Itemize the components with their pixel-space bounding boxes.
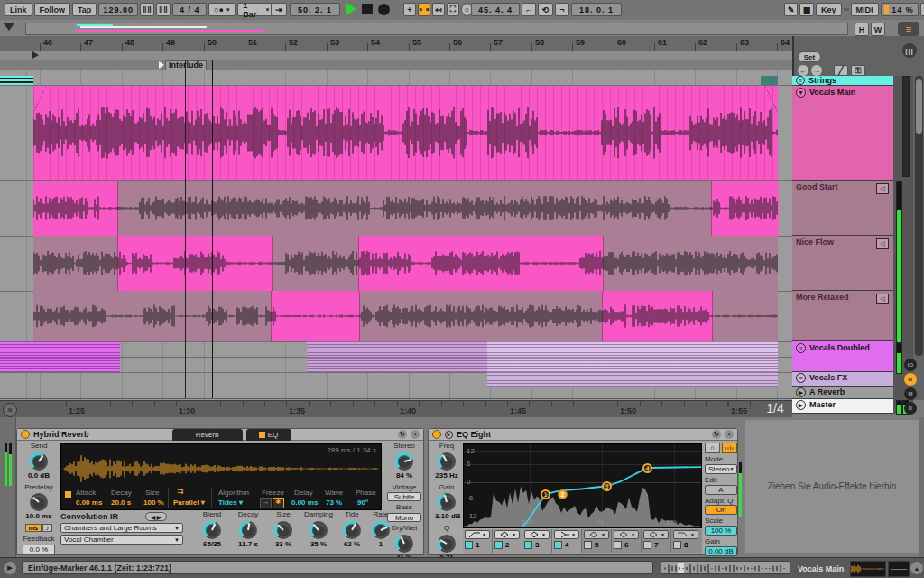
draw-mode-button[interactable]: ⛶ bbox=[447, 3, 459, 16]
vocals-fx-clip[interactable] bbox=[487, 372, 778, 387]
group-fold-icon[interactable]: ≡ bbox=[796, 373, 806, 383]
take-lane-header-nice-flow[interactable]: Nice Flow ◁ bbox=[792, 236, 893, 291]
ir-category-dropdown[interactable]: Chambers and Large Rooms▼ bbox=[60, 523, 183, 533]
band-3-checkbox[interactable] bbox=[524, 541, 532, 549]
ir-prev-next-buttons[interactable]: ◀ ▶ bbox=[145, 512, 167, 521]
band-cell-7[interactable]: ▼ 7 bbox=[642, 529, 671, 553]
band-cell-8[interactable]: ▼ 8 bbox=[671, 529, 702, 553]
tab-reverb[interactable]: Reverb bbox=[172, 429, 243, 441]
band-cell-4[interactable]: ▼ 4 bbox=[552, 529, 582, 553]
audition-icon[interactable]: ∩ bbox=[705, 443, 720, 453]
follow-playhead-icon[interactable]: ⇥ bbox=[271, 3, 287, 16]
predelay-knob[interactable] bbox=[30, 493, 48, 511]
bass-mono-selector[interactable]: Mono bbox=[387, 513, 421, 522]
expand-transport-triangle[interactable] bbox=[4, 23, 14, 31]
decay2-knob[interactable] bbox=[239, 521, 257, 539]
eq-node-4[interactable]: 4 bbox=[642, 463, 652, 473]
audition-take-icon[interactable]: ◁ bbox=[876, 238, 889, 249]
fixed-width-button[interactable]: W bbox=[871, 23, 885, 36]
tempo-field[interactable]: 129.00 bbox=[98, 3, 138, 16]
eq-node-2[interactable]: 2 bbox=[558, 489, 568, 499]
delay-value[interactable]: 0.00 ms bbox=[291, 499, 318, 507]
routing-selector[interactable]: Parallel ▾ bbox=[173, 499, 205, 507]
group-fold-icon[interactable]: ≡ bbox=[796, 76, 805, 85]
scrollbar-thumb[interactable] bbox=[916, 79, 922, 134]
strings-track-lane[interactable] bbox=[0, 76, 792, 86]
prev-locator-button[interactable]: ← bbox=[798, 65, 808, 76]
edit-ab-button[interactable]: A bbox=[705, 485, 737, 495]
loop-button[interactable]: ⟲ bbox=[538, 3, 553, 16]
device-title-bar[interactable]: ▶ EQ Eight ↻ ▪ bbox=[429, 429, 737, 441]
loop-length-field[interactable]: 18. 0. 1 bbox=[571, 3, 622, 16]
show-hide-detail-icon[interactable]: ▲ bbox=[910, 562, 923, 574]
band-cell-3[interactable]: ▼ 3 bbox=[522, 529, 552, 553]
device-drop-area[interactable]: Ziehen Sie Audio-Effekte hierhin bbox=[745, 420, 919, 553]
ir-display-panel[interactable]: 289 ms / 1.34 s Attack 0.00 ms Decay 20.… bbox=[60, 443, 382, 510]
scale-field[interactable]: 100 % bbox=[705, 526, 737, 536]
band-7-checkbox[interactable] bbox=[643, 541, 651, 549]
draw-pencil-button[interactable]: ✎ bbox=[784, 3, 798, 16]
band-6-checkbox[interactable] bbox=[614, 541, 622, 549]
vintage-selector[interactable]: Subtle bbox=[387, 492, 421, 501]
vertical-scrollbar[interactable] bbox=[915, 76, 923, 356]
save-preset-icon[interactable]: ▪ bbox=[411, 430, 420, 439]
take-lane-more-relaxed[interactable] bbox=[0, 291, 792, 342]
track-header-vocals-doubled[interactable]: ≡ Vocals Doubled bbox=[792, 341, 893, 372]
eq-eight-device[interactable]: ▶ EQ Eight ↻ ▪ Freq 235 Hz Gain -3.10 dB… bbox=[428, 428, 738, 555]
take-lane-header-good-start[interactable]: Good Start ◁ bbox=[792, 181, 893, 236]
ir-preset-dropdown[interactable]: Vocal Chamber▼ bbox=[60, 535, 183, 545]
vocals-main-track-lane[interactable] bbox=[0, 86, 792, 181]
hamburger-menu-icon[interactable]: ≡ bbox=[898, 22, 919, 36]
band-4-checkbox[interactable] bbox=[554, 541, 562, 549]
blend-knob[interactable] bbox=[203, 521, 221, 539]
wave-value[interactable]: 73 % bbox=[326, 499, 342, 507]
automation-lane-icon[interactable]: ╱ bbox=[834, 65, 848, 76]
arrangement-start-marker[interactable] bbox=[32, 51, 39, 59]
a-reverb-track-lane[interactable] bbox=[0, 387, 792, 399]
set-locator-button[interactable]: Set bbox=[798, 51, 821, 62]
damping-knob[interactable] bbox=[310, 521, 328, 539]
track-header-a-reverb[interactable]: ▶ A Reverb bbox=[792, 387, 893, 399]
punch-out-button[interactable]: ¬ bbox=[555, 3, 569, 16]
save-preset-icon[interactable]: ▪ bbox=[725, 430, 734, 439]
size-value[interactable]: 100 % bbox=[143, 499, 164, 507]
preview-play-icon[interactable]: ▶ bbox=[4, 562, 16, 574]
arrangement-overview-strip[interactable] bbox=[25, 23, 848, 35]
ms-toggle[interactable]: ms bbox=[25, 524, 42, 532]
eq-enable-checkbox[interactable] bbox=[259, 432, 265, 438]
stereo-knob[interactable] bbox=[395, 452, 413, 471]
vocals-fx-track-lane[interactable] bbox=[0, 372, 792, 387]
stop-button[interactable] bbox=[362, 4, 373, 14]
link-button[interactable]: Link bbox=[5, 3, 32, 16]
metronome-button[interactable]: ○●▼ bbox=[208, 3, 236, 16]
attack-value[interactable]: 0.00 ms bbox=[76, 499, 102, 507]
mode-dropdown[interactable]: Stereo▼ bbox=[705, 464, 737, 474]
follow-button[interactable]: Follow bbox=[34, 3, 71, 16]
track-header-vocals-fx[interactable]: ≡ Vocals FX bbox=[792, 372, 893, 387]
clip-overview-box[interactable] bbox=[661, 561, 790, 574]
drywet-knob[interactable] bbox=[395, 535, 413, 553]
hybrid-reverb-device[interactable]: Hybrid Reverb Reverb EQ ↻ ▪ Send 0.0 dB … bbox=[16, 428, 424, 555]
show-io-toggle[interactable]: IO bbox=[904, 359, 917, 371]
freq-knob[interactable] bbox=[438, 452, 456, 471]
mixer-sections-icon[interactable]: ||| bbox=[902, 43, 917, 58]
midi-map-button[interactable]: MIDI bbox=[851, 3, 879, 16]
fixed-height-button[interactable]: H bbox=[855, 23, 869, 36]
group-fold-icon[interactable]: ≡ bbox=[796, 343, 806, 353]
next-locator-button[interactable]: → bbox=[811, 65, 822, 76]
show-returns-toggle[interactable]: R bbox=[904, 373, 917, 386]
band-1-checkbox[interactable] bbox=[465, 541, 473, 549]
size2-knob[interactable] bbox=[274, 521, 292, 539]
nudge-up-button[interactable]: ‖‖ bbox=[156, 3, 171, 16]
key-map-button[interactable]: Key bbox=[816, 3, 842, 16]
show-mixer-toggle[interactable]: M bbox=[904, 387, 917, 400]
device-title-bar[interactable]: Hybrid Reverb Reverb EQ ↻ ▪ bbox=[17, 429, 423, 441]
track-header-vocals-main[interactable]: ▼ Vocals Main bbox=[792, 86, 893, 181]
band-cell-6[interactable]: ▼ 6 bbox=[612, 529, 642, 553]
band-2-checkbox[interactable] bbox=[494, 541, 503, 549]
clip-fade-out[interactable] bbox=[765, 86, 778, 113]
time-signature-field[interactable]: 4 / 4 bbox=[172, 3, 207, 16]
play-fold-icon[interactable]: ▶ bbox=[796, 387, 806, 397]
play-button[interactable] bbox=[346, 3, 356, 15]
band-cell-5[interactable]: ▼ 5 bbox=[582, 529, 612, 553]
